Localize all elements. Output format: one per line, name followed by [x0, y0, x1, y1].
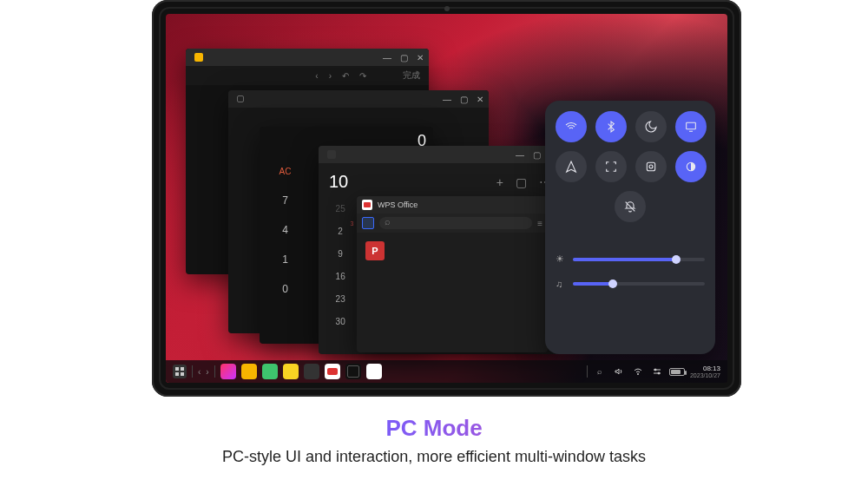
quick-settings-panel[interactable]: ☀ ♫ [545, 101, 715, 354]
qs-screenshot-button[interactable] [595, 151, 627, 182]
window-browser-toolbar: ‹ › ↶ ↷ 完成 [186, 66, 429, 85]
close-button[interactable]: ✕ [417, 53, 424, 62]
window-wps-title: WPS Office [378, 200, 418, 209]
app-icon [327, 150, 336, 159]
minimize-button[interactable]: — [443, 95, 451, 104]
taskbar-battery-icon[interactable] [669, 368, 685, 376]
maximize-button[interactable]: ▢ [533, 150, 541, 160]
key-4[interactable]: 4 [265, 215, 306, 245]
app-icon [194, 53, 203, 62]
app-icon [237, 95, 244, 102]
svg-rect-8 [181, 372, 184, 376]
wps-logo-icon [362, 200, 372, 210]
taskbar-time: 08:13 [690, 365, 720, 372]
undo-icon[interactable]: ↶ [342, 71, 349, 81]
taskbar[interactable]: ‹ › ⌕ 08:13 2023/10/ [166, 360, 727, 383]
redo-icon[interactable]: ↷ [359, 71, 366, 81]
taskbar-wifi-icon[interactable] [631, 365, 645, 378]
tablet-screen: — ▢ ✕ ‹ › ↶ ↷ 完成 [166, 14, 727, 383]
volume-slider[interactable]: ♫ [556, 279, 705, 289]
calendar-day[interactable]: 25 [324, 197, 357, 220]
taskbar-divider [214, 365, 215, 378]
taskbar-divider [192, 365, 193, 378]
qs-bluetooth-toggle[interactable] [595, 111, 627, 142]
window-browser-titlebar[interactable]: — ▢ ✕ [186, 49, 429, 66]
wps-tile-presentation[interactable]: P [365, 241, 385, 260]
calendar-day[interactable]: 9 [324, 242, 357, 265]
window-wps[interactable]: WPS Office ≡ P [357, 196, 548, 352]
calendar-day[interactable]: 23 [324, 287, 357, 310]
qs-dnd-toggle[interactable] [635, 111, 667, 142]
taskbar-app-notes[interactable] [283, 364, 299, 379]
taskbar-app-dark[interactable] [304, 364, 319, 379]
minimize-button[interactable]: — [516, 150, 524, 160]
qs-wifi-toggle[interactable] [556, 111, 587, 142]
music-icon: ♫ [556, 279, 566, 289]
caption-title: PC Mode [0, 415, 868, 442]
calendar-day[interactable]: 16 [324, 265, 357, 287]
done-button[interactable]: 完成 [403, 69, 420, 82]
caption-subtitle: PC-style UI and interaction, more effici… [0, 448, 868, 466]
taskbar-app-wps[interactable] [325, 364, 340, 379]
minimize-button[interactable]: — [383, 53, 391, 62]
taskbar-volume-icon[interactable] [612, 365, 626, 378]
window-wps-titlebar[interactable]: WPS Office [357, 196, 548, 214]
wps-toolbar: ≡ [357, 214, 548, 233]
key-7[interactable]: 7 [265, 186, 306, 215]
calendar-month: 10 [329, 172, 348, 192]
svg-rect-5 [175, 367, 179, 371]
taskbar-launcher[interactable] [173, 365, 187, 378]
taskbar-app-calculator[interactable] [345, 364, 361, 379]
wps-panel-toggle[interactable] [362, 217, 374, 229]
qs-darkmode-toggle[interactable] [675, 151, 707, 182]
wps-search-input[interactable] [379, 217, 532, 229]
taskbar-app-1[interactable] [220, 364, 236, 379]
taskbar-app-white[interactable] [366, 364, 382, 379]
key-ac[interactable]: AC [265, 156, 306, 186]
svg-point-9 [637, 373, 638, 374]
qs-cast-toggle[interactable] [675, 111, 707, 142]
key-1[interactable]: 1 [265, 245, 306, 274]
svg-rect-0 [687, 122, 696, 128]
maximize-button[interactable]: ▢ [460, 95, 468, 104]
taskbar-date: 2023/10/27 [690, 372, 720, 378]
brightness-slider[interactable]: ☀ [556, 253, 705, 265]
qs-screenrecord-button[interactable] [635, 151, 667, 182]
taskbar-prev[interactable]: ‹ [198, 367, 201, 377]
calendar-day[interactable]: 30 [324, 310, 357, 332]
today-button[interactable]: ▢ [516, 175, 527, 189]
tablet-camera [444, 6, 450, 11]
taskbar-divider [587, 365, 588, 378]
key-0[interactable]: 0 [265, 274, 306, 304]
back-icon[interactable]: ‹ [315, 71, 318, 81]
taskbar-app-messages[interactable] [262, 364, 278, 379]
svg-point-2 [649, 165, 653, 168]
taskbar-search-icon[interactable]: ⌕ [593, 365, 607, 378]
taskbar-next[interactable]: › [206, 367, 208, 377]
svg-rect-7 [175, 372, 179, 376]
add-event-button[interactable]: + [496, 175, 503, 189]
taskbar-control-icon[interactable] [650, 365, 664, 378]
window-dark-titlebar[interactable]: — ▢ ✕ [228, 90, 489, 108]
qs-location-toggle[interactable] [556, 151, 587, 182]
calendar-day[interactable]: 23 [324, 220, 357, 242]
close-button[interactable]: ✕ [477, 95, 483, 104]
brightness-icon: ☀ [556, 253, 566, 265]
tablet-frame: — ▢ ✕ ‹ › ↶ ↷ 完成 [152, 0, 741, 397]
taskbar-clock[interactable]: 08:13 2023/10/27 [690, 365, 720, 378]
window-calendar-titlebar[interactable]: — ▢ ✕ [319, 146, 562, 163]
taskbar-app-files[interactable] [241, 364, 257, 379]
svg-rect-1 [647, 162, 654, 170]
qs-mute-toggle[interactable] [615, 191, 646, 222]
forward-icon[interactable]: › [329, 71, 332, 81]
svg-rect-6 [181, 367, 184, 371]
svg-point-10 [654, 369, 656, 371]
svg-point-11 [658, 372, 660, 374]
wps-menu-icon[interactable]: ≡ [537, 219, 542, 228]
maximize-button[interactable]: ▢ [400, 53, 408, 62]
